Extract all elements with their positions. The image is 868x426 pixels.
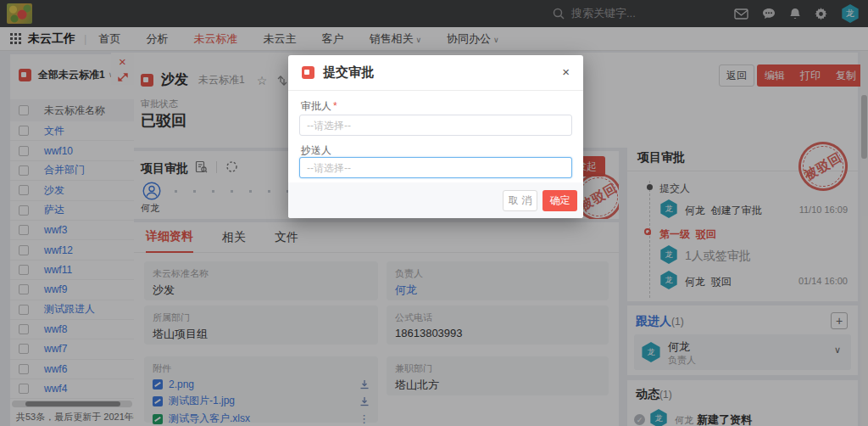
approver-select-input[interactable]	[299, 115, 572, 136]
modal-header: 提交审批 ×	[288, 55, 583, 91]
object-icon	[302, 66, 314, 79]
confirm-button[interactable]: 确定	[542, 190, 577, 211]
cc-field-label: 抄送人	[301, 143, 331, 158]
cancel-button[interactable]: 取 消	[503, 190, 537, 211]
close-icon[interactable]: ×	[562, 64, 570, 79]
app-window: 搜索关键字... 龙 未云工作 | 首页 分析 未云标准 未云主 客户 销售相关…	[0, 0, 868, 426]
required-mark: *	[333, 100, 337, 112]
modal-footer: 取 消 确定	[288, 182, 583, 218]
modal-title: 提交审批	[323, 64, 374, 81]
cc-select-input[interactable]	[299, 157, 572, 178]
submit-approval-modal: 提交审批 × 审批人* 抄送人 取 消 确定	[288, 55, 583, 218]
approver-field-label: 审批人*	[301, 99, 337, 114]
